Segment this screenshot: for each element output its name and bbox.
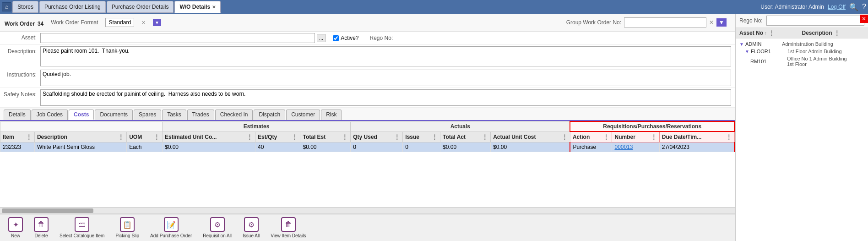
home-button[interactable]: ⌂: [2, 2, 11, 11]
select-catalogue-button[interactable]: 🗃 Select Catalogue Item: [55, 215, 109, 240]
nav-tab-po-details-label: Purchase Order Details: [112, 4, 169, 10]
cell-due-date: 27/04/2023: [659, 142, 734, 152]
instructions-label: Instructions:: [4, 70, 40, 78]
description-textarea[interactable]: Please paint room 101. Thank-you.: [40, 46, 731, 66]
cell-actual-unit-cost: $0.00: [491, 142, 570, 152]
tree-expand-floor1-icon[interactable]: ▼: [745, 49, 749, 54]
right-panel: Rego No: Asset No ↑ ⋮ Description ⋮: [735, 14, 868, 241]
view-item-details-label: View Item Details: [271, 233, 306, 238]
view-item-details-button[interactable]: 🗑 View Item Details: [266, 215, 310, 240]
col-uom-menu[interactable]: ⋮: [153, 133, 160, 141]
close-tab-icon[interactable]: ✕: [212, 5, 216, 10]
nav-tab-po-details[interactable]: Purchase Order Details: [107, 1, 174, 13]
tree-desc-floor1: 1st Floor Admin Building: [787, 49, 842, 54]
col-ta-menu[interactable]: ⋮: [482, 133, 488, 141]
tab-documents[interactable]: Documents: [95, 110, 133, 120]
req-group-header: Requisitions/Purchases/Reservations: [570, 121, 734, 131]
col-eq-menu[interactable]: ⋮: [291, 133, 298, 141]
tree-expand-admin-icon[interactable]: ▼: [739, 42, 744, 47]
cell-number: 000013: [612, 142, 659, 152]
asset-input-wrap: RM101 ... Active? Rego No:: [40, 33, 731, 43]
issue-all-button[interactable]: ⚙ Issue All: [238, 215, 264, 240]
issue-all-icon: ⚙: [244, 217, 259, 232]
format-clear-button[interactable]: ✕: [141, 20, 146, 26]
col-dd-menu[interactable]: ⋮: [726, 133, 732, 141]
tab-checked-in[interactable]: Checked In: [215, 110, 253, 120]
sort-asc-icon[interactable]: ↑: [765, 31, 767, 36]
group-wo-clear-button[interactable]: ✕: [709, 19, 714, 26]
costs-table: Estimates Actuals Requisitions/Purchases…: [0, 121, 735, 152]
col-euc-menu[interactable]: ⋮: [246, 133, 253, 141]
issue-all-label: Issue All: [243, 233, 260, 238]
tree-row-rm101[interactable]: RM101 Office No 1 Admin Building1st Floo…: [736, 55, 868, 68]
col-desc-menu[interactable]: ⋮: [118, 133, 124, 141]
tab-spares[interactable]: Spares: [134, 110, 161, 120]
col-action-menu[interactable]: ⋮: [603, 133, 609, 141]
col-number-menu[interactable]: ⋮: [651, 133, 657, 141]
table-row[interactable]: 232323 White Paint Semi Gloss Each $0.00…: [0, 142, 735, 152]
active-checkbox[interactable]: [333, 35, 339, 41]
format-label: Work Order Format: [51, 19, 98, 26]
user-label: User: Administrator Admin: [760, 4, 824, 10]
search-icon[interactable]: 🔍: [849, 3, 858, 11]
tree-row-admin[interactable]: ▼ ADMIN Administration Building: [736, 40, 868, 48]
format-dropdown-button[interactable]: ▼: [153, 19, 161, 26]
asset-col-no: Asset No ↑ ⋮: [739, 29, 802, 37]
col-qu-menu[interactable]: ⋮: [394, 133, 400, 141]
tree-code-floor1: FLOOR1: [751, 49, 787, 54]
instructions-textarea[interactable]: Quoted job.: [40, 70, 731, 86]
number-link[interactable]: 000013: [614, 144, 633, 150]
col-issue-menu[interactable]: ⋮: [431, 133, 438, 141]
asset-col-desc: Description ⋮: [802, 29, 865, 37]
nav-tab-po-listing[interactable]: Purchase Order Listing: [39, 1, 106, 13]
horizontal-scrollbar[interactable]: [0, 207, 735, 214]
col-uom: UOM ⋮: [127, 131, 163, 142]
group-wo-dropdown-button[interactable]: ▼: [716, 18, 727, 27]
tab-tasks[interactable]: Tasks: [162, 110, 186, 120]
cell-total-act: $0.00: [440, 142, 491, 152]
asset-ellipsis-button[interactable]: ...: [317, 34, 326, 42]
requisition-all-button[interactable]: ⚙ Requisition All: [198, 215, 236, 240]
tab-details[interactable]: Details: [4, 110, 31, 120]
costs-table-container[interactable]: Estimates Actuals Requisitions/Purchases…: [0, 121, 735, 207]
cell-est-qty: 40: [255, 142, 300, 152]
safety-input-wrap: Scaffolding should be erected for painin…: [40, 89, 731, 106]
add-purchase-order-button[interactable]: 📝 Add Purchase Order: [146, 215, 196, 240]
asset-col-desc-menu[interactable]: ⋮: [834, 29, 840, 37]
rego-no-input[interactable]: [766, 16, 864, 26]
logout-link[interactable]: Log Off: [828, 4, 846, 10]
tab-trades[interactable]: Trades: [187, 110, 214, 120]
tab-costs[interactable]: Costs: [69, 110, 94, 120]
bottom-toolbar: ✦ New 🗑 Delete 🗃 Select Catalogue Item 📋…: [0, 214, 735, 241]
asset-col-no-menu[interactable]: ⋮: [768, 29, 775, 37]
nav-tab-wo-details[interactable]: W/O Details ✕: [174, 1, 221, 13]
new-button[interactable]: ✦ New: [4, 215, 27, 240]
new-icon: ✦: [8, 217, 23, 232]
tab-dispatch[interactable]: Dispatch: [254, 110, 285, 120]
cell-item: 232323: [0, 142, 35, 152]
safety-label: Safety Notes:: [4, 89, 40, 98]
tree-code-rm101: RM101: [750, 59, 787, 64]
tree-row-floor1[interactable]: ▼ FLOOR1 1st Floor Admin Building: [736, 48, 868, 55]
add-purchase-order-icon: 📝: [164, 217, 179, 232]
wo-title: Work Order 34: [5, 16, 43, 28]
col-item-menu[interactable]: ⋮: [26, 133, 32, 141]
group-wo-input[interactable]: [624, 17, 706, 27]
tab-job-codes[interactable]: Job Codes: [32, 110, 68, 120]
col-actual-unit-cost: Actual Unit Cost ⋮: [491, 131, 570, 142]
safety-row: Safety Notes: Scaffolding should be erec…: [0, 88, 735, 108]
asset-input[interactable]: RM101: [40, 33, 315, 43]
delete-button[interactable]: 🗑 Delete: [29, 215, 53, 240]
nav-tab-stores[interactable]: Stores: [12, 1, 38, 13]
picking-slip-button[interactable]: 📋 Picking Slip: [111, 215, 144, 240]
col-te-menu[interactable]: ⋮: [342, 133, 348, 141]
help-icon[interactable]: ?: [862, 3, 866, 11]
tab-customer[interactable]: Customer: [286, 110, 320, 120]
estimates-group-header: Estimates: [162, 121, 350, 131]
scrollbar-thumb[interactable]: [2, 208, 93, 213]
col-auc-menu[interactable]: ⋮: [561, 133, 568, 141]
asset-tree[interactable]: ▼ ADMIN Administration Building ▼ FLOOR1…: [736, 38, 868, 241]
window-close-button[interactable]: ✕: [860, 15, 868, 23]
safety-textarea[interactable]: Scaffolding should be erected for painin…: [40, 89, 731, 106]
tab-risk[interactable]: Risk: [321, 110, 342, 120]
